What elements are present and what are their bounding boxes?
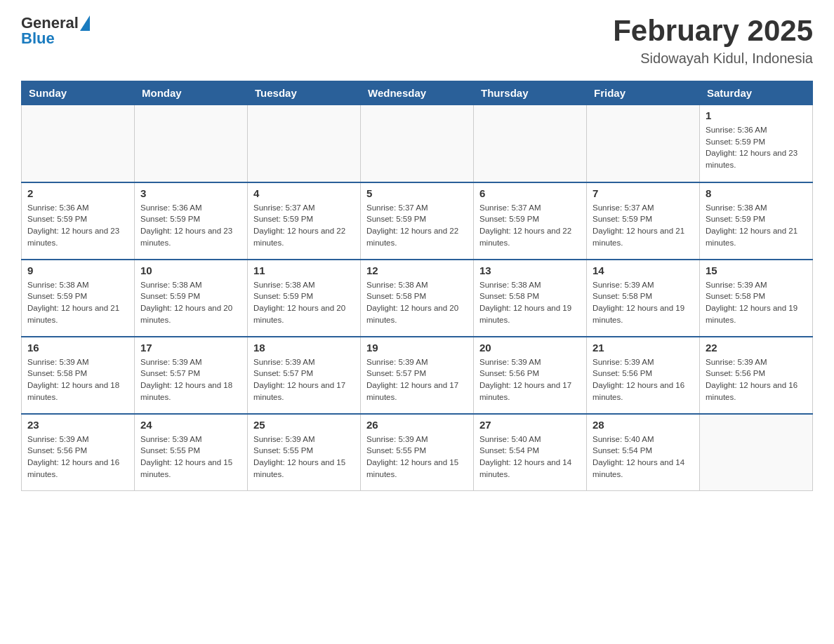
day-number: 6 (479, 187, 581, 199)
day-info: Sunrise: 5:36 AMSunset: 5:59 PMDaylight:… (27, 202, 128, 249)
day-number: 22 (706, 342, 807, 354)
calendar-day-cell: 10Sunrise: 5:38 AMSunset: 5:59 PMDayligh… (135, 260, 248, 337)
calendar-day-cell: 25Sunrise: 5:39 AMSunset: 5:55 PMDayligh… (248, 414, 361, 491)
calendar-day-cell: 9Sunrise: 5:38 AMSunset: 5:59 PMDaylight… (22, 260, 135, 337)
weekday-header-sunday: Sunday (22, 81, 135, 105)
day-info: Sunrise: 5:39 AMSunset: 5:57 PMDaylight:… (253, 356, 355, 403)
day-info: Sunrise: 5:39 AMSunset: 5:56 PMDaylight:… (706, 356, 807, 403)
day-number: 15 (706, 264, 807, 276)
day-number: 24 (140, 419, 241, 431)
calendar-day-cell: 8Sunrise: 5:38 AMSunset: 5:59 PMDaylight… (700, 182, 813, 260)
day-number: 20 (479, 342, 581, 354)
day-info: Sunrise: 5:37 AMSunset: 5:59 PMDaylight:… (253, 202, 355, 249)
day-number: 26 (366, 419, 468, 431)
weekday-header-monday: Monday (135, 81, 248, 105)
weekday-header-row: SundayMondayTuesdayWednesdayThursdayFrid… (22, 81, 813, 105)
day-info: Sunrise: 5:37 AMSunset: 5:59 PMDaylight:… (479, 202, 581, 249)
calendar-day-cell (361, 105, 474, 182)
weekday-header-wednesday: Wednesday (361, 81, 474, 105)
calendar-day-cell: 27Sunrise: 5:40 AMSunset: 5:54 PMDayligh… (474, 414, 587, 491)
day-info: Sunrise: 5:38 AMSunset: 5:59 PMDaylight:… (140, 279, 241, 326)
calendar-day-cell: 1Sunrise: 5:36 AMSunset: 5:59 PMDaylight… (700, 105, 813, 182)
logo-blue-text: Blue (21, 29, 55, 48)
weekday-header-saturday: Saturday (700, 81, 813, 105)
day-number: 10 (140, 264, 241, 276)
day-number: 8 (706, 187, 807, 199)
calendar-day-cell: 15Sunrise: 5:39 AMSunset: 5:58 PMDayligh… (700, 260, 813, 337)
day-info: Sunrise: 5:39 AMSunset: 5:57 PMDaylight:… (366, 356, 468, 403)
day-info: Sunrise: 5:39 AMSunset: 5:55 PMDaylight:… (253, 434, 355, 481)
day-info: Sunrise: 5:39 AMSunset: 5:58 PMDaylight:… (706, 279, 807, 326)
calendar-week-row: 23Sunrise: 5:39 AMSunset: 5:56 PMDayligh… (22, 414, 813, 491)
day-number: 13 (479, 264, 581, 276)
title-section: February 2025 Sidowayah Kidul, Indonesia (613, 14, 813, 67)
day-info: Sunrise: 5:39 AMSunset: 5:58 PMDaylight:… (593, 279, 694, 326)
weekday-header-friday: Friday (587, 81, 700, 105)
day-info: Sunrise: 5:40 AMSunset: 5:54 PMDaylight:… (479, 434, 581, 481)
day-number: 2 (27, 187, 128, 199)
logo-triangle-icon (80, 15, 90, 31)
calendar-title: February 2025 (613, 14, 813, 48)
day-number: 28 (593, 419, 694, 431)
day-number: 12 (366, 264, 468, 276)
day-number: 18 (253, 342, 355, 354)
day-number: 4 (253, 187, 355, 199)
calendar-week-row: 9Sunrise: 5:38 AMSunset: 5:59 PMDaylight… (22, 260, 813, 337)
calendar-day-cell: 21Sunrise: 5:39 AMSunset: 5:56 PMDayligh… (587, 337, 700, 414)
day-number: 3 (140, 187, 241, 199)
day-info: Sunrise: 5:38 AMSunset: 5:59 PMDaylight:… (706, 202, 807, 249)
calendar-day-cell (22, 105, 135, 182)
calendar-day-cell: 14Sunrise: 5:39 AMSunset: 5:58 PMDayligh… (587, 260, 700, 337)
weekday-header-thursday: Thursday (474, 81, 587, 105)
day-number: 5 (366, 187, 468, 199)
calendar-week-row: 1Sunrise: 5:36 AMSunset: 5:59 PMDaylight… (22, 105, 813, 182)
day-info: Sunrise: 5:39 AMSunset: 5:56 PMDaylight:… (479, 356, 581, 403)
day-info: Sunrise: 5:36 AMSunset: 5:59 PMDaylight:… (140, 202, 241, 249)
calendar-day-cell (587, 105, 700, 182)
calendar-day-cell (135, 105, 248, 182)
day-number: 1 (706, 109, 807, 121)
calendar-day-cell: 26Sunrise: 5:39 AMSunset: 5:55 PMDayligh… (361, 414, 474, 491)
day-info: Sunrise: 5:37 AMSunset: 5:59 PMDaylight:… (366, 202, 468, 249)
calendar-day-cell: 3Sunrise: 5:36 AMSunset: 5:59 PMDaylight… (135, 182, 248, 260)
calendar-day-cell: 4Sunrise: 5:37 AMSunset: 5:59 PMDaylight… (248, 182, 361, 260)
calendar-day-cell: 18Sunrise: 5:39 AMSunset: 5:57 PMDayligh… (248, 337, 361, 414)
day-number: 27 (479, 419, 581, 431)
calendar-day-cell: 16Sunrise: 5:39 AMSunset: 5:58 PMDayligh… (22, 337, 135, 414)
day-info: Sunrise: 5:38 AMSunset: 5:58 PMDaylight:… (366, 279, 468, 326)
day-info: Sunrise: 5:39 AMSunset: 5:56 PMDaylight:… (593, 356, 694, 403)
calendar-day-cell: 19Sunrise: 5:39 AMSunset: 5:57 PMDayligh… (361, 337, 474, 414)
day-number: 16 (27, 342, 128, 354)
calendar-day-cell: 20Sunrise: 5:39 AMSunset: 5:56 PMDayligh… (474, 337, 587, 414)
day-info: Sunrise: 5:39 AMSunset: 5:57 PMDaylight:… (140, 356, 241, 403)
day-number: 21 (593, 342, 694, 354)
day-info: Sunrise: 5:39 AMSunset: 5:56 PMDaylight:… (27, 434, 128, 481)
calendar-day-cell: 13Sunrise: 5:38 AMSunset: 5:58 PMDayligh… (474, 260, 587, 337)
page-header: General Blue February 2025 Sidowayah Kid… (21, 14, 813, 67)
day-number: 11 (253, 264, 355, 276)
calendar-day-cell (248, 105, 361, 182)
day-number: 25 (253, 419, 355, 431)
calendar-day-cell: 12Sunrise: 5:38 AMSunset: 5:58 PMDayligh… (361, 260, 474, 337)
day-info: Sunrise: 5:36 AMSunset: 5:59 PMDaylight:… (706, 124, 807, 171)
calendar-day-cell: 23Sunrise: 5:39 AMSunset: 5:56 PMDayligh… (22, 414, 135, 491)
day-info: Sunrise: 5:39 AMSunset: 5:58 PMDaylight:… (27, 356, 128, 403)
day-info: Sunrise: 5:39 AMSunset: 5:55 PMDaylight:… (140, 434, 241, 481)
calendar-day-cell (700, 414, 813, 491)
calendar-week-row: 16Sunrise: 5:39 AMSunset: 5:58 PMDayligh… (22, 337, 813, 414)
day-number: 7 (593, 187, 694, 199)
day-info: Sunrise: 5:40 AMSunset: 5:54 PMDaylight:… (593, 434, 694, 481)
day-info: Sunrise: 5:37 AMSunset: 5:59 PMDaylight:… (593, 202, 694, 249)
calendar-day-cell (474, 105, 587, 182)
calendar-day-cell: 6Sunrise: 5:37 AMSunset: 5:59 PMDaylight… (474, 182, 587, 260)
day-info: Sunrise: 5:39 AMSunset: 5:55 PMDaylight:… (366, 434, 468, 481)
calendar-day-cell: 22Sunrise: 5:39 AMSunset: 5:56 PMDayligh… (700, 337, 813, 414)
calendar-week-row: 2Sunrise: 5:36 AMSunset: 5:59 PMDaylight… (22, 182, 813, 260)
day-info: Sunrise: 5:38 AMSunset: 5:59 PMDaylight:… (27, 279, 128, 326)
calendar-day-cell: 7Sunrise: 5:37 AMSunset: 5:59 PMDaylight… (587, 182, 700, 260)
calendar-subtitle: Sidowayah Kidul, Indonesia (613, 51, 813, 67)
day-number: 19 (366, 342, 468, 354)
calendar-day-cell: 11Sunrise: 5:38 AMSunset: 5:59 PMDayligh… (248, 260, 361, 337)
day-number: 23 (27, 419, 128, 431)
calendar-day-cell: 28Sunrise: 5:40 AMSunset: 5:54 PMDayligh… (587, 414, 700, 491)
